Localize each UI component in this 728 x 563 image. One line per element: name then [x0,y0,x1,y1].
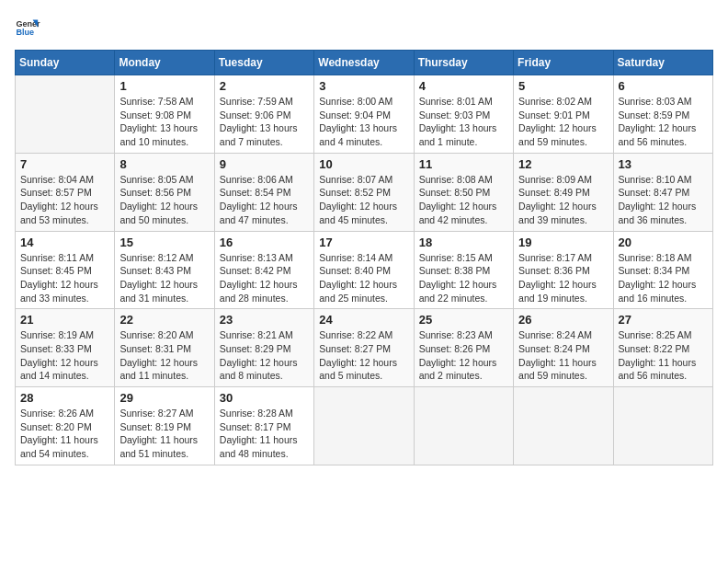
calendar-cell: 25Sunrise: 8:23 AM Sunset: 8:26 PM Dayli… [414,309,513,387]
day-info: Sunrise: 8:12 AM Sunset: 8:43 PM Dayligh… [119,251,209,305]
calendar-cell [314,387,414,465]
day-info: Sunrise: 8:09 AM Sunset: 8:49 PM Dayligh… [518,173,608,227]
calendar-cell: 27Sunrise: 8:25 AM Sunset: 8:22 PM Dayli… [613,309,712,387]
day-number: 6 [619,79,708,93]
logo: General Blue [15,15,40,40]
day-number: 4 [419,79,508,93]
week-row-0: 1Sunrise: 7:58 AM Sunset: 9:08 PM Daylig… [16,75,713,154]
day-number: 3 [319,79,408,93]
calendar-cell: 17Sunrise: 8:14 AM Sunset: 8:40 PM Dayli… [314,231,414,309]
day-info: Sunrise: 8:27 AM Sunset: 8:19 PM Dayligh… [119,407,209,461]
calendar-cell: 11Sunrise: 8:08 AM Sunset: 8:50 PM Dayli… [414,153,513,231]
day-number: 26 [518,313,608,327]
calendar-cell: 15Sunrise: 8:12 AM Sunset: 8:43 PM Dayli… [115,231,214,309]
day-info: Sunrise: 8:21 AM Sunset: 8:29 PM Dayligh… [220,328,309,383]
calendar-cell: 28Sunrise: 8:26 AM Sunset: 8:20 PM Dayli… [16,387,115,465]
day-number: 11 [419,157,508,171]
calendar-cell: 12Sunrise: 8:09 AM Sunset: 8:49 PM Dayli… [514,153,613,231]
day-header-sunday: Sunday [16,51,115,75]
calendar-table: SundayMondayTuesdayWednesdayThursdayFrid… [15,50,713,465]
day-number: 25 [419,313,508,327]
calendar-cell: 10Sunrise: 8:07 AM Sunset: 8:52 PM Dayli… [314,153,414,231]
day-header-saturday: Saturday [613,51,712,75]
day-info: Sunrise: 8:23 AM Sunset: 8:26 PM Dayligh… [419,328,508,383]
day-number: 23 [220,313,309,327]
day-info: Sunrise: 8:00 AM Sunset: 9:04 PM Dayligh… [319,95,408,149]
day-number: 20 [619,236,708,249]
days-header-row: SundayMondayTuesdayWednesdayThursdayFrid… [16,51,713,75]
week-row-1: 7Sunrise: 8:04 AM Sunset: 8:57 PM Daylig… [16,153,713,231]
day-number: 19 [518,236,608,249]
day-number: 12 [518,157,608,171]
logo-icon: General Blue [15,15,40,40]
calendar-cell [16,75,115,154]
day-info: Sunrise: 8:28 AM Sunset: 8:17 PM Dayligh… [220,407,309,461]
day-info: Sunrise: 8:08 AM Sunset: 8:50 PM Dayligh… [419,173,508,227]
day-info: Sunrise: 8:24 AM Sunset: 8:24 PM Dayligh… [518,328,608,383]
svg-text:Blue: Blue [16,28,34,37]
calendar-cell: 1Sunrise: 7:58 AM Sunset: 9:08 PM Daylig… [115,75,214,154]
week-row-2: 14Sunrise: 8:11 AM Sunset: 8:45 PM Dayli… [16,231,713,309]
day-number: 27 [619,313,708,327]
day-number: 10 [319,157,408,171]
day-number: 13 [619,157,708,171]
day-info: Sunrise: 8:01 AM Sunset: 9:03 PM Dayligh… [419,95,508,149]
calendar-cell: 16Sunrise: 8:13 AM Sunset: 8:42 PM Dayli… [214,231,313,309]
day-number: 15 [119,236,209,249]
page-header: General Blue [15,15,713,40]
day-info: Sunrise: 8:05 AM Sunset: 8:56 PM Dayligh… [119,173,209,227]
calendar-cell: 19Sunrise: 8:17 AM Sunset: 8:36 PM Dayli… [514,231,613,309]
day-info: Sunrise: 8:19 AM Sunset: 8:33 PM Dayligh… [20,328,109,383]
day-info: Sunrise: 8:04 AM Sunset: 8:57 PM Dayligh… [20,173,109,227]
day-info: Sunrise: 8:11 AM Sunset: 8:45 PM Dayligh… [20,251,109,305]
calendar-cell: 9Sunrise: 8:06 AM Sunset: 8:54 PM Daylig… [214,153,313,231]
calendar-cell: 8Sunrise: 8:05 AM Sunset: 8:56 PM Daylig… [115,153,214,231]
day-info: Sunrise: 8:15 AM Sunset: 8:38 PM Dayligh… [419,251,508,305]
day-info: Sunrise: 8:22 AM Sunset: 8:27 PM Dayligh… [319,328,408,383]
calendar-cell: 3Sunrise: 8:00 AM Sunset: 9:04 PM Daylig… [314,75,414,154]
day-header-thursday: Thursday [414,51,513,75]
calendar-cell: 2Sunrise: 7:59 AM Sunset: 9:06 PM Daylig… [214,75,313,154]
day-number: 9 [220,157,309,171]
calendar-cell: 7Sunrise: 8:04 AM Sunset: 8:57 PM Daylig… [16,153,115,231]
day-number: 5 [518,79,608,93]
calendar-cell: 21Sunrise: 8:19 AM Sunset: 8:33 PM Dayli… [16,309,115,387]
day-number: 1 [119,79,209,93]
day-header-monday: Monday [115,51,214,75]
day-info: Sunrise: 7:59 AM Sunset: 9:06 PM Dayligh… [220,95,309,149]
calendar-cell: 24Sunrise: 8:22 AM Sunset: 8:27 PM Dayli… [314,309,414,387]
calendar-cell: 30Sunrise: 8:28 AM Sunset: 8:17 PM Dayli… [214,387,313,465]
calendar-cell: 18Sunrise: 8:15 AM Sunset: 8:38 PM Dayli… [414,231,513,309]
day-info: Sunrise: 7:58 AM Sunset: 9:08 PM Dayligh… [119,95,209,149]
calendar-cell [514,387,613,465]
day-number: 22 [119,313,209,327]
day-number: 21 [20,313,109,327]
day-info: Sunrise: 8:18 AM Sunset: 8:34 PM Dayligh… [619,251,708,305]
calendar-cell [613,387,712,465]
calendar-body: 1Sunrise: 7:58 AM Sunset: 9:08 PM Daylig… [16,75,713,465]
calendar-cell: 5Sunrise: 8:02 AM Sunset: 9:01 PM Daylig… [514,75,613,154]
calendar-cell: 4Sunrise: 8:01 AM Sunset: 9:03 PM Daylig… [414,75,513,154]
calendar-cell: 13Sunrise: 8:10 AM Sunset: 8:47 PM Dayli… [613,153,712,231]
day-info: Sunrise: 8:06 AM Sunset: 8:54 PM Dayligh… [220,173,309,227]
day-number: 24 [319,313,408,327]
calendar-cell: 22Sunrise: 8:20 AM Sunset: 8:31 PM Dayli… [115,309,214,387]
day-number: 18 [419,236,508,249]
day-number: 7 [20,157,109,171]
day-number: 29 [119,391,209,405]
day-header-wednesday: Wednesday [314,51,414,75]
day-number: 2 [220,79,309,93]
week-row-4: 28Sunrise: 8:26 AM Sunset: 8:20 PM Dayli… [16,387,713,465]
day-header-tuesday: Tuesday [214,51,313,75]
calendar-cell [414,387,513,465]
calendar-cell: 26Sunrise: 8:24 AM Sunset: 8:24 PM Dayli… [514,309,613,387]
day-info: Sunrise: 8:17 AM Sunset: 8:36 PM Dayligh… [518,251,608,305]
calendar-cell: 29Sunrise: 8:27 AM Sunset: 8:19 PM Dayli… [115,387,214,465]
day-number: 17 [319,236,408,249]
day-info: Sunrise: 8:02 AM Sunset: 9:01 PM Dayligh… [518,95,608,149]
calendar-cell: 6Sunrise: 8:03 AM Sunset: 8:59 PM Daylig… [613,75,712,154]
day-info: Sunrise: 8:25 AM Sunset: 8:22 PM Dayligh… [619,328,708,383]
day-info: Sunrise: 8:13 AM Sunset: 8:42 PM Dayligh… [220,251,309,305]
day-number: 16 [220,236,309,249]
day-number: 8 [119,157,209,171]
